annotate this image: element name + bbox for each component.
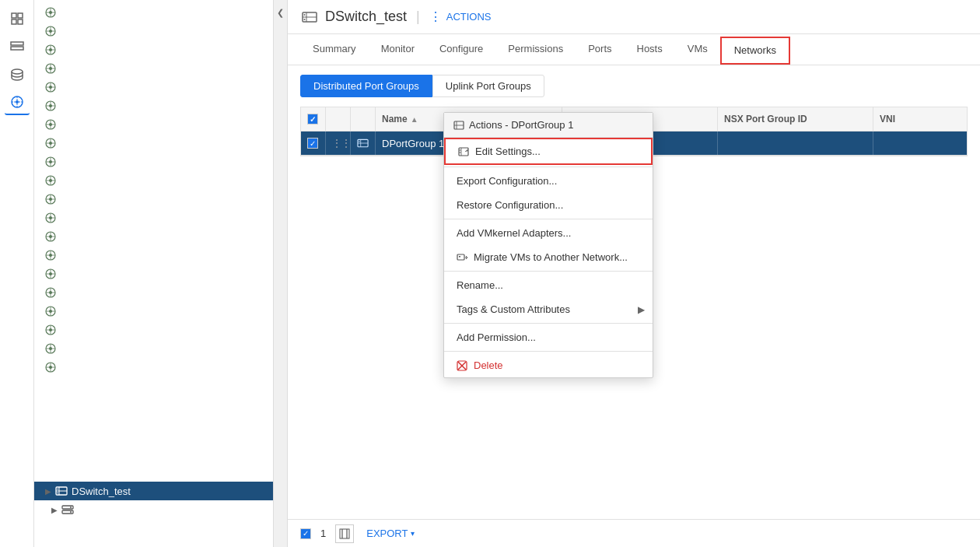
- sub-tab-distributed-port-groups[interactable]: Distributed Port Groups: [300, 75, 432, 97]
- context-menu-tags-custom[interactable]: Tags & Custom Attributes ▶: [444, 297, 653, 321]
- context-menu-rename[interactable]: Rename...: [444, 273, 653, 297]
- network-small-icon: [44, 267, 58, 281]
- tab-configure[interactable]: Configure: [427, 34, 495, 65]
- divider-3: [444, 271, 653, 272]
- context-menu-export-config[interactable]: Export Configuration...: [444, 169, 653, 193]
- sidebar: ▶ DSwitch_test ▶: [0, 0, 288, 547]
- tab-vms[interactable]: VMs: [675, 34, 720, 65]
- tree-item[interactable]: [34, 283, 273, 302]
- network-small-icon: [44, 99, 58, 113]
- name-column-label: Name: [382, 114, 408, 124]
- sidebar-selected-item[interactable]: ▶ DSwitch_test: [34, 482, 273, 500]
- network-small-icon: [44, 304, 58, 318]
- context-menu-title: Actions - DPortGroup 1: [469, 119, 573, 131]
- tree-item[interactable]: [34, 115, 273, 134]
- svg-rect-0: [12, 13, 16, 18]
- nav-tabs: Summary Monitor Configure Permissions Po…: [288, 34, 980, 65]
- columns-button[interactable]: [335, 524, 354, 543]
- context-menu-migrate-vms[interactable]: Migrate VMs to Another Network...: [444, 245, 653, 269]
- export-button[interactable]: EXPORT ▾: [366, 528, 415, 539]
- svg-line-116: [465, 151, 466, 152]
- network-small-icon: [44, 61, 58, 75]
- migrate-vms-icon: [457, 252, 467, 263]
- sidebar-icon-layers[interactable]: [5, 34, 30, 59]
- tree-item[interactable]: [34, 302, 273, 321]
- sidebar-bottom-item[interactable]: ▶: [34, 500, 273, 519]
- context-menu-edit-settings[interactable]: Edit Settings...: [444, 138, 653, 165]
- sub-tab-uplink-port-groups[interactable]: Uplink Port Groups: [432, 75, 544, 97]
- tree-item[interactable]: [34, 96, 273, 115]
- tree-item[interactable]: [34, 209, 273, 227]
- tab-summary[interactable]: Summary: [300, 34, 369, 65]
- context-menu-add-permission[interactable]: Add Permission...: [444, 325, 653, 349]
- drag-handle-icon[interactable]: ⋮⋮: [332, 138, 351, 149]
- actions-button[interactable]: ⋮ ACTIONS: [429, 9, 492, 24]
- tree-item[interactable]: [34, 40, 273, 59]
- tab-ports[interactable]: Ports: [576, 34, 624, 65]
- svg-point-114: [460, 149, 461, 151]
- row-checkbox[interactable]: [307, 138, 318, 149]
- tree-item[interactable]: [34, 265, 273, 283]
- sort-arrow-icon: ▲: [411, 115, 418, 124]
- expand-icon: ▶: [44, 486, 53, 496]
- network-small-icon: [44, 174, 58, 188]
- context-menu-add-vmkernel[interactable]: Add VMkernel Adapters...: [444, 221, 653, 245]
- tree-item[interactable]: [34, 227, 273, 246]
- server-icon: [61, 503, 75, 517]
- tree-item[interactable]: [34, 246, 273, 265]
- table-footer: 1 EXPORT ▾: [288, 519, 980, 547]
- tree-item[interactable]: [34, 78, 273, 96]
- network-small-icon: [44, 24, 58, 38]
- header-divider: |: [416, 9, 420, 25]
- context-menu-restore-config[interactable]: Restore Configuration...: [444, 193, 653, 217]
- tree-item[interactable]: [34, 171, 273, 190]
- header-icon-cell: [351, 107, 376, 131]
- collapse-arrow-icon: ❮: [277, 8, 284, 18]
- rename-label: Rename...: [457, 279, 503, 291]
- select-all-checkbox[interactable]: [307, 114, 318, 124]
- tab-permissions[interactable]: Permissions: [495, 34, 576, 65]
- network-small-icon: [44, 342, 58, 356]
- row-checkbox-cell[interactable]: [301, 131, 326, 155]
- network-small-icon: [44, 230, 58, 244]
- network-small-icon: [44, 43, 58, 57]
- network-small-icon: [44, 136, 58, 150]
- tree-item[interactable]: [34, 339, 273, 358]
- footer-checkbox[interactable]: [300, 528, 311, 539]
- expand-icon: ▶: [50, 505, 59, 514]
- sidebar-icon-home[interactable]: [5, 6, 30, 31]
- tree-item[interactable]: [34, 153, 273, 171]
- divider-5: [444, 351, 653, 352]
- svg-rect-1: [18, 13, 23, 18]
- add-permission-label: Add Permission...: [457, 331, 536, 343]
- context-menu-header-icon: [453, 120, 464, 131]
- tree-item[interactable]: [34, 134, 273, 153]
- tree-item[interactable]: [34, 59, 273, 78]
- sidebar-icon-bar: [0, 0, 34, 547]
- svg-rect-117: [457, 254, 464, 260]
- network-small-icon: [44, 192, 58, 206]
- row-drag-cell[interactable]: ⋮⋮: [326, 131, 351, 155]
- tree-item[interactable]: [34, 22, 273, 40]
- context-menu-delete[interactable]: Delete: [444, 353, 653, 377]
- sidebar-tree: [34, 0, 273, 547]
- tab-networks[interactable]: Networks: [720, 37, 790, 65]
- svg-rect-5: [11, 47, 23, 50]
- tab-monitor[interactable]: Monitor: [369, 34, 427, 65]
- divider-1: [444, 167, 653, 167]
- tree-item[interactable]: [34, 358, 273, 377]
- sidebar-collapse-button[interactable]: ❮: [273, 0, 287, 547]
- svg-point-6: [12, 69, 23, 74]
- tree-item[interactable]: [34, 321, 273, 339]
- tree-item[interactable]: [34, 3, 273, 22]
- sidebar-icon-network[interactable]: [5, 90, 30, 115]
- header-icon: [300, 8, 319, 26]
- header-vni-cell[interactable]: VNI: [873, 107, 967, 131]
- tree-item[interactable]: [34, 190, 273, 209]
- tab-hosts[interactable]: Hosts: [625, 34, 675, 65]
- export-chevron-icon: ▾: [411, 529, 415, 538]
- header-nsx-cell[interactable]: NSX Port Group ID: [718, 107, 873, 131]
- network-small-icon: [44, 5, 58, 19]
- edit-settings-label: Edit Settings...: [475, 146, 541, 157]
- sidebar-icon-database[interactable]: [5, 62, 30, 87]
